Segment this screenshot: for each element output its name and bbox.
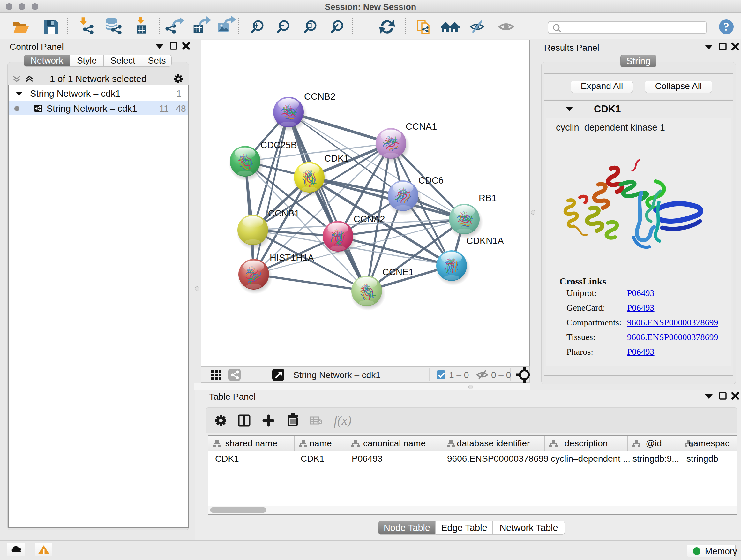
- svg-text:CDKN1A: CDKN1A: [466, 236, 504, 246]
- svg-text:0 – 0: 0 – 0: [491, 370, 511, 380]
- svg-text:CDC6: CDC6: [418, 175, 444, 186]
- svg-text:1 – 0: 1 – 0: [449, 370, 469, 380]
- svg-text:CDC25B: CDC25B: [260, 140, 297, 150]
- svg-text:CCNB2: CCNB2: [304, 91, 335, 102]
- svg-text:CCNA2: CCNA2: [354, 214, 385, 224]
- svg-text:?: ?: [724, 20, 729, 33]
- svg-text:CCNB1: CCNB1: [268, 208, 299, 219]
- svg-text:HIST1H1A: HIST1H1A: [270, 253, 314, 263]
- svg-text:CCNA1: CCNA1: [406, 121, 437, 132]
- svg-text:f(x): f(x): [334, 413, 352, 428]
- svg-text:RB1: RB1: [479, 193, 496, 203]
- svg-text:CCNE1: CCNE1: [382, 267, 414, 277]
- svg-text:CDK1: CDK1: [324, 153, 349, 164]
